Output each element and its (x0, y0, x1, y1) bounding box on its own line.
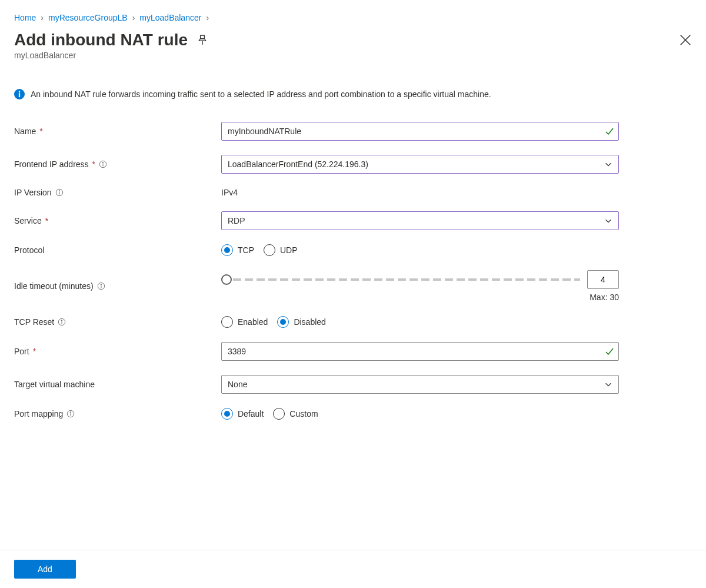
idle-timeout-label: Idle timeout (minutes) (14, 281, 221, 291)
svg-point-8 (102, 162, 103, 163)
idle-timeout-slider[interactable] (221, 274, 580, 285)
breadcrumb-home[interactable]: Home (14, 13, 36, 22)
svg-rect-0 (201, 35, 205, 39)
protocol-tcp-radio[interactable]: TCP (221, 244, 254, 256)
help-icon[interactable] (97, 282, 105, 290)
service-label: Service* (14, 216, 221, 225)
chevron-down-icon (604, 217, 612, 225)
help-icon[interactable] (99, 160, 107, 168)
help-icon[interactable] (55, 188, 64, 197)
chevron-right-icon: › (132, 13, 135, 22)
name-input[interactable] (221, 122, 619, 141)
page-subtitle: myLoadBalancer (14, 51, 692, 60)
svg-point-17 (62, 320, 62, 321)
target-vm-label: Target virtual machine (14, 380, 221, 389)
port-label: Port* (14, 347, 221, 356)
page-title: Add inbound NAT rule (14, 31, 188, 49)
service-select[interactable]: RDP (221, 211, 619, 230)
help-icon[interactable] (66, 410, 75, 418)
close-icon[interactable] (679, 34, 692, 46)
target-vm-select[interactable]: None (221, 375, 619, 394)
svg-rect-6 (19, 93, 20, 97)
frontend-ip-label: Frontend IP address* (14, 160, 221, 169)
form: Name* Frontend IP address* LoadBalancerF… (14, 122, 692, 434)
svg-point-11 (59, 191, 59, 191)
chevron-right-icon: › (206, 13, 209, 22)
tcp-reset-disabled-radio[interactable]: Disabled (277, 316, 325, 328)
chevron-right-icon: › (41, 13, 44, 22)
help-icon[interactable] (58, 318, 66, 326)
tcp-reset-label: TCP Reset (14, 317, 221, 327)
check-icon (605, 347, 614, 356)
port-mapping-custom-radio[interactable]: Custom (273, 408, 318, 420)
check-icon (605, 127, 614, 136)
page-header: Add inbound NAT rule (14, 31, 692, 49)
port-mapping-label: Port mapping (14, 409, 221, 418)
ip-version-value: IPv4 (221, 188, 238, 197)
pin-icon[interactable] (197, 35, 208, 45)
port-input[interactable] (221, 342, 619, 361)
ip-version-label: IP Version (14, 188, 221, 197)
info-banner: An inbound NAT rule forwards incoming tr… (14, 88, 692, 101)
name-label: Name* (14, 127, 221, 136)
tcp-reset-enabled-radio[interactable]: Enabled (221, 316, 268, 328)
info-text: An inbound NAT rule forwards incoming tr… (31, 88, 491, 101)
frontend-ip-select[interactable]: LoadBalancerFrontEnd (52.224.196.3) (221, 155, 619, 174)
breadcrumb: Home › myResourceGroupLB › myLoadBalance… (14, 13, 692, 22)
svg-point-14 (101, 284, 101, 285)
chevron-down-icon (604, 380, 612, 388)
slider-thumb[interactable] (221, 274, 232, 285)
svg-point-5 (19, 91, 21, 93)
info-icon (14, 89, 25, 99)
idle-timeout-value[interactable] (587, 270, 619, 289)
chevron-down-icon (604, 160, 612, 168)
breadcrumb-load-balancer[interactable]: myLoadBalancer (139, 13, 201, 22)
protocol-label: Protocol (14, 245, 221, 255)
breadcrumb-resource-group[interactable]: myResourceGroupLB (48, 13, 128, 22)
idle-timeout-max: Max: 30 (221, 293, 619, 302)
port-mapping-default-radio[interactable]: Default (221, 408, 264, 420)
protocol-udp-radio[interactable]: UDP (264, 244, 298, 256)
svg-point-20 (71, 412, 71, 413)
